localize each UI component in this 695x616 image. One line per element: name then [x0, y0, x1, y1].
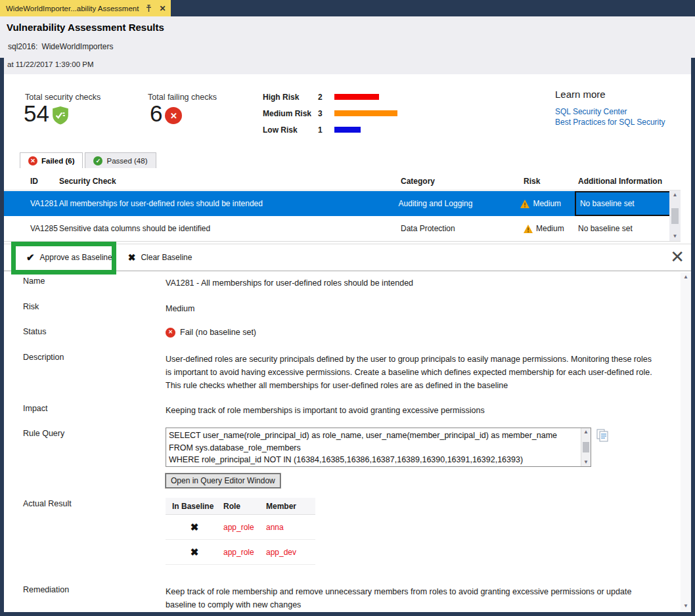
risk-row-low: Low Risk 1 — [263, 121, 397, 138]
medium-risk-bar — [334, 110, 397, 116]
column-in-baseline: In Baseline — [166, 502, 223, 511]
risk-row-high: High Risk 2 — [263, 89, 397, 105]
page-title: Vulnerability Assessment Results — [7, 22, 164, 33]
rule-query-box[interactable]: SELECT user_name(role_principal_id) as r… — [166, 428, 591, 467]
risk-legend: High Risk 2 Medium Risk 3 Low Risk 1 — [263, 89, 397, 138]
risk-row-medium: Medium Risk 3 — [263, 105, 397, 121]
shield-check-icon — [52, 102, 69, 125]
pin-icon[interactable] — [145, 5, 152, 12]
description-label: Description — [23, 353, 64, 362]
rule-query-scrollbar[interactable]: ▲ ▼ — [581, 428, 591, 466]
scroll-up-icon[interactable]: ▲ — [583, 429, 589, 435]
server-name: sql2016: — [8, 42, 37, 51]
cell-additional-info-focused[interactable]: No baseline set — [575, 191, 681, 216]
name-label: Name — [23, 276, 45, 286]
rule-query-label: Rule Query — [23, 429, 64, 438]
role-value: app_role — [223, 548, 266, 557]
result-row-app-dev: ✖ app_role app_dev — [166, 540, 315, 565]
vulnerability-assessment-window: WideWorldImporter...ability Assessment ✕… — [0, 0, 695, 616]
learn-more-title: Learn more — [555, 89, 665, 100]
tab-close-icon[interactable]: ✕ — [159, 5, 166, 12]
server-database-line: sql2016:WideWorldImporters — [8, 42, 114, 51]
impact-value: Keeping track of role memberships is imp… — [166, 404, 658, 417]
document-tab-bar: WideWorldImporter...ability Assessment ✕ — [0, 0, 695, 16]
cell-category: Auditing and Logging — [399, 199, 521, 208]
approve-as-baseline-button[interactable]: ✔ Approve as Baseline — [18, 244, 120, 271]
fail-status-icon: ✕ — [166, 328, 175, 338]
cell-id: VA1285 — [30, 224, 59, 233]
header: Vulnerability Assessment Results sql2016… — [0, 16, 695, 58]
member-value: anna — [266, 523, 315, 532]
cell-risk: Medium — [524, 224, 578, 233]
impact-label: Impact — [23, 404, 48, 413]
fail-circle-icon: ✕ — [165, 107, 182, 124]
column-additional-info[interactable]: Additional Information — [578, 177, 677, 186]
role-value: app_role — [223, 523, 266, 532]
result-table-header: In Baseline Role Member — [166, 498, 315, 515]
copy-icon[interactable] — [596, 429, 608, 445]
scan-timestamp: at 11/22/2017 1:39:00 PM — [7, 60, 94, 68]
cell-additional-info: No baseline set — [578, 224, 677, 233]
x-icon: ✖ — [128, 252, 136, 263]
details-scrollbar[interactable]: ▲ ▼ — [681, 273, 691, 611]
cell-risk: Medium — [520, 199, 575, 208]
scroll-down-icon[interactable]: ▼ — [673, 234, 678, 239]
content-area: Total security checks 54 Total failing c… — [4, 74, 691, 612]
high-risk-label: High Risk — [263, 93, 318, 102]
description-value: User-defined roles are security principa… — [166, 353, 658, 392]
name-value: VA1281 - All memberships for user-define… — [166, 276, 413, 290]
status-value: ✕ Fail (no baseline set) — [166, 326, 256, 339]
failed-tab-label: Failed (6) — [41, 157, 74, 165]
total-checks-value: 54 — [24, 100, 69, 127]
actual-result-label: Actual Result — [23, 499, 72, 508]
baseline-toolbar: ✔ Approve as Baseline ✖ Clear Baseline ✕ — [4, 244, 691, 271]
not-in-baseline-icon: ✖ — [166, 546, 223, 558]
document-tab[interactable]: WideWorldImporter...ability Assessment ✕ — [0, 0, 171, 16]
scrollbar-thumb[interactable] — [583, 442, 589, 452]
database-name: WideWorldImporters — [41, 42, 113, 51]
rule-query-text[interactable]: SELECT user_name(role_principal_id) as r… — [169, 429, 579, 466]
high-risk-bar — [334, 94, 379, 100]
table-row-va1285[interactable]: VA1285 Sensitive data columns should be … — [4, 216, 681, 241]
passed-tab-label: Passed (48) — [106, 157, 147, 165]
details-panel: Name VA1281 - All memberships for user-d… — [4, 271, 691, 612]
risk-value: Medium — [166, 302, 194, 315]
learn-more-section: Learn more SQL Security Center Best Prac… — [555, 89, 665, 127]
failed-tab-icon: ✕ — [28, 156, 37, 165]
details-close-icon[interactable]: ✕ — [670, 248, 684, 265]
link-sql-security-center[interactable]: SQL Security Center — [555, 106, 665, 117]
cell-security-check: Sensitive data columns should be identif… — [59, 224, 401, 233]
member-value: app_dev — [266, 548, 315, 557]
column-id[interactable]: ID — [30, 177, 59, 186]
grid-header: ID Security Check Category Risk Addition… — [4, 172, 681, 190]
table-row-va1281[interactable]: VA1281 All memberships for user-defined … — [4, 191, 681, 216]
scroll-down-icon[interactable]: ▼ — [583, 460, 589, 465]
scrollbar-thumb[interactable] — [671, 208, 679, 224]
not-in-baseline-icon: ✖ — [166, 521, 223, 533]
low-risk-bar — [334, 127, 361, 133]
tab-passed[interactable]: ✓ Passed (48) — [85, 152, 156, 168]
actual-result-table: In Baseline Role Member ✖ app_role anna … — [166, 498, 315, 565]
approve-as-baseline-label: Approve as Baseline — [40, 253, 112, 262]
scroll-up-icon[interactable]: ▲ — [673, 192, 678, 198]
clear-baseline-button[interactable]: ✖ Clear Baseline — [120, 244, 200, 271]
clear-baseline-label: Clear Baseline — [141, 253, 192, 262]
warning-triangle-icon — [520, 200, 529, 208]
status-label: Status — [23, 327, 46, 336]
grid-scrollbar[interactable]: ▲ ▼ — [669, 190, 681, 241]
scroll-down-icon[interactable]: ▼ — [683, 604, 688, 609]
column-security-check[interactable]: Security Check — [59, 177, 401, 186]
warning-triangle-icon — [524, 225, 533, 233]
link-best-practices[interactable]: Best Practices for SQL Security — [555, 117, 665, 127]
open-in-query-editor-button[interactable]: Open in Query Editor Window — [166, 473, 280, 488]
column-risk[interactable]: Risk — [524, 177, 578, 186]
check-icon: ✔ — [26, 252, 35, 263]
medium-risk-count: 3 — [318, 109, 334, 118]
high-risk-count: 2 — [318, 93, 334, 102]
remediation-value: Keep track of role membership and remove… — [166, 585, 658, 611]
scroll-up-icon[interactable]: ▲ — [683, 275, 688, 280]
medium-risk-label: Medium Risk — [263, 109, 318, 118]
remediation-label: Remediation — [23, 585, 69, 594]
column-category[interactable]: Category — [401, 177, 524, 186]
tab-failed[interactable]: ✕ Failed (6) — [20, 152, 83, 168]
